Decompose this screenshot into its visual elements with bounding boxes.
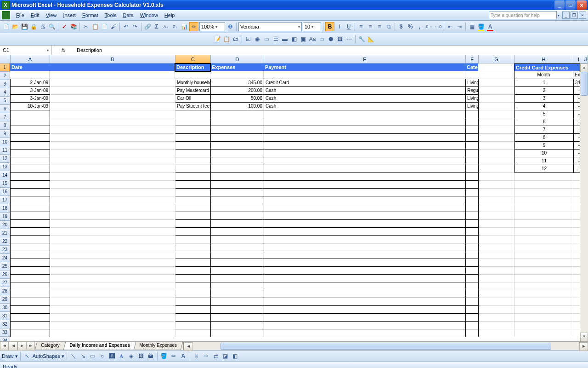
cell-B24[interactable] (50, 243, 175, 251)
cell-F2[interactable] (465, 71, 478, 79)
cell-G13[interactable] (479, 157, 514, 165)
print-icon[interactable]: 🖨 (39, 23, 47, 31)
cell-A20[interactable] (10, 212, 50, 220)
cell-D7[interactable] (211, 110, 264, 118)
name-box[interactable]: C1▾ (0, 46, 52, 55)
cell-C2[interactable] (175, 71, 210, 79)
option-icon[interactable]: ◉ (253, 35, 261, 43)
maximize-button[interactable]: □ (565, 0, 576, 10)
list-icon[interactable]: ☰ (271, 35, 280, 43)
cell-H2[interactable]: Month (514, 71, 573, 79)
cell-F7[interactable] (466, 110, 479, 118)
cell-H15[interactable] (514, 173, 573, 181)
cell-G24[interactable] (479, 243, 514, 251)
cell-H3[interactable]: 1 (514, 79, 574, 87)
cell-H21[interactable] (514, 220, 573, 228)
cell-F30[interactable] (466, 290, 479, 298)
row-header-10[interactable]: 10 (0, 138, 10, 146)
cell-C32[interactable] (175, 306, 211, 314)
cell-D34[interactable] (211, 322, 264, 329)
chart-wizard-icon[interactable]: 📊 (180, 23, 188, 31)
doc-icon[interactable] (2, 11, 10, 19)
cell-H34[interactable] (514, 322, 573, 329)
cell-C6[interactable]: Pay Student fees (175, 103, 211, 110)
sheet-tab-category[interactable]: Category (35, 342, 66, 350)
3d-icon[interactable]: ◧ (231, 352, 239, 360)
tab-last-button[interactable]: ⏭ (26, 342, 35, 351)
cell-G32[interactable] (479, 306, 514, 314)
cell-B32[interactable] (50, 306, 175, 314)
row-header-2[interactable]: 2 (0, 72, 10, 80)
cell-E19[interactable] (264, 204, 466, 212)
cell-H35[interactable] (514, 329, 573, 337)
underline-button[interactable]: U (345, 23, 353, 31)
cell-A1[interactable]: Date (10, 63, 50, 71)
align-center-icon[interactable]: ≡ (366, 23, 374, 31)
cell-C24[interactable] (175, 243, 211, 251)
row-header-5[interactable]: 5 (0, 97, 10, 105)
cell-E10[interactable] (264, 134, 466, 142)
hyperlink-icon[interactable]: 🔗 (143, 23, 152, 31)
italic-button[interactable]: I (335, 23, 344, 31)
cell-G18[interactable] (479, 196, 514, 204)
cell-E3[interactable]: Credit Card (264, 79, 466, 87)
sort-asc-icon[interactable]: A↓ (162, 23, 170, 31)
cell-H18[interactable] (514, 196, 573, 204)
scroll-up-icon[interactable]: ▲ (580, 63, 588, 72)
autoshapes-menu[interactable]: AutoShapes ▾ (33, 353, 64, 359)
cell-C13[interactable] (175, 157, 211, 165)
cell-B34[interactable] (50, 322, 175, 329)
cell-D31[interactable] (211, 298, 264, 306)
sheet-tab-daily-income-and-expenses[interactable]: Daily Income and Expenses (63, 342, 136, 350)
cell-E4[interactable]: Cash (264, 87, 466, 95)
cell-D3[interactable]: 345.00 (211, 79, 264, 87)
align-right-icon[interactable]: ≡ (375, 23, 384, 31)
cell-B26[interactable] (50, 259, 175, 267)
cut-icon[interactable]: ✂ (82, 23, 90, 31)
cell-D22[interactable] (211, 228, 264, 236)
cell-F28[interactable] (466, 275, 479, 282)
row-header-21[interactable]: 21 (0, 229, 10, 237)
cell-E6[interactable]: Cash (264, 103, 466, 110)
cell-G20[interactable] (479, 212, 514, 220)
cell-B2[interactable] (50, 71, 175, 79)
cell-E16[interactable] (264, 181, 466, 189)
cell-F3[interactable]: Living Expenses - Needs - Groceries (466, 79, 479, 87)
code-icon[interactable]: 📐 (367, 35, 375, 43)
cell-D14[interactable] (211, 165, 264, 173)
cell-E13[interactable] (264, 157, 466, 165)
decrease-decimal-icon[interactable]: ←.0 (434, 23, 442, 31)
cell-B18[interactable] (50, 196, 175, 204)
more-icon[interactable]: ⋯ (345, 35, 353, 43)
cell-E11[interactable] (264, 142, 466, 150)
row-header-9[interactable]: 9 (0, 130, 10, 138)
cell-C3[interactable]: Monthly household shopping (175, 79, 211, 87)
cell-G28[interactable] (479, 275, 514, 282)
cell-H29[interactable] (514, 282, 573, 290)
cell-B10[interactable] (50, 134, 175, 142)
col-header-B[interactable]: B (50, 55, 175, 63)
increase-decimal-icon[interactable]: .0→ (424, 23, 433, 31)
arrowstyle-icon[interactable]: ⇄ (212, 352, 220, 360)
cell-A33[interactable] (10, 314, 50, 322)
cell-C28[interactable] (175, 275, 211, 282)
cell-A22[interactable] (10, 228, 50, 236)
cell-B5[interactable] (50, 95, 175, 103)
scroll-thumb[interactable] (581, 72, 588, 96)
cell-F17[interactable] (466, 189, 479, 196)
cell-A30[interactable] (10, 290, 50, 298)
scroll-left-icon[interactable]: ◀ (184, 342, 192, 351)
cell-C14[interactable] (175, 165, 211, 173)
cell-F32[interactable] (466, 306, 479, 314)
cell-C30[interactable] (175, 290, 211, 298)
cell-F20[interactable] (466, 212, 479, 220)
cell-A29[interactable] (10, 282, 50, 290)
row-header-20[interactable]: 20 (0, 221, 10, 229)
cell-F10[interactable] (466, 134, 479, 142)
cell-H31[interactable] (514, 298, 573, 306)
font-color-icon[interactable]: A (486, 23, 494, 31)
cell-G35[interactable] (479, 329, 514, 337)
cell-C8[interactable] (175, 118, 211, 126)
cell-D15[interactable] (211, 173, 264, 181)
format-painter-icon[interactable]: 🖌 (109, 23, 118, 31)
